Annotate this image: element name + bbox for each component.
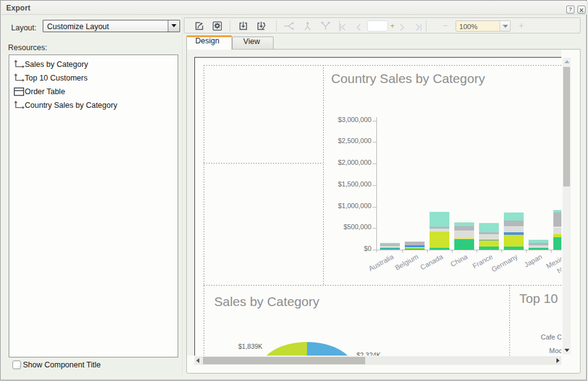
layout-label: Layout: — [11, 24, 37, 32]
import-edit-icon[interactable] — [256, 21, 266, 31]
y-axis-label: $500,000 — [334, 223, 371, 230]
x-axis-tick — [551, 250, 551, 253]
y-axis-label: $3,000,000 — [334, 116, 371, 123]
zoom-combobox[interactable]: 100% — [456, 20, 511, 32]
x-axis-line — [376, 250, 561, 250]
x-axis-tick — [501, 250, 502, 253]
prev-page-icon — [356, 22, 361, 32]
page-setup-icon[interactable] — [212, 21, 222, 31]
series-green-segment — [504, 247, 524, 250]
last-page-icon — [415, 22, 422, 32]
add-page-icon[interactable]: + — [389, 21, 396, 30]
layout-dropdown[interactable]: Customize Layout — [43, 20, 180, 32]
show-component-title-checkbox[interactable] — [12, 361, 21, 369]
close-icon — [579, 8, 584, 12]
row-divider — [204, 285, 561, 286]
series-lightgray-segment — [479, 234, 499, 240]
scroll-up-icon[interactable] — [564, 60, 569, 63]
report-page[interactable] — [194, 57, 561, 356]
horizontal-scroll-thumb[interactable] — [203, 357, 365, 364]
series-lightgray-segment — [380, 246, 400, 248]
series-lightgray-segment — [430, 229, 449, 232]
series-lightgray-segment — [454, 230, 474, 238]
vertical-scroll-thumb[interactable] — [563, 67, 570, 186]
cell-divider — [323, 65, 324, 286]
series-yellowgreen-segment — [553, 234, 561, 237]
series-yellowgreen-segment — [504, 235, 524, 247]
series-gray-segment — [553, 212, 561, 227]
grid-line — [204, 65, 561, 66]
zoom-in-icon: + — [517, 20, 525, 30]
resources-listbox[interactable]: Sales by Category Top 10 Customers Order… — [9, 55, 178, 357]
export-icon[interactable] — [194, 21, 204, 31]
table-icon — [14, 87, 25, 97]
scroll-down-icon[interactable] — [564, 349, 569, 352]
zoom-dropdown-arrow-button[interactable] — [499, 21, 510, 31]
series-lightgray-segment — [529, 245, 548, 247]
cell-divider — [509, 285, 510, 356]
layout-dropdown-arrow-button[interactable] — [168, 20, 179, 32]
grid-line — [204, 65, 204, 356]
merge-icon — [302, 21, 313, 31]
y-axis-label: $1,000,000 — [334, 202, 371, 209]
series-blue-segment — [504, 232, 524, 235]
series-lightgray-segment — [504, 226, 524, 232]
panel-divider — [182, 17, 183, 375]
bar-chart-title: Country Sales by Category — [331, 71, 485, 86]
top10-category-label: Cafe C — [488, 333, 561, 341]
chart-axes-icon — [14, 59, 25, 69]
layout-canvas-viewport: Country Sales by Category $0$500,000$1,0… — [187, 50, 561, 356]
series-gray-segment — [479, 232, 499, 235]
page-number-input[interactable] — [367, 20, 388, 32]
top10-chart-title: Top 10 — [519, 291, 558, 306]
series-gray-segment — [380, 244, 400, 246]
series-teal-segment — [504, 212, 524, 221]
dialog-titlebar: Export ? — [1, 1, 587, 15]
tab-view[interactable]: View — [232, 37, 274, 49]
zoom-out-icon: − — [441, 20, 449, 30]
series-yellowgreen-segment — [430, 232, 449, 248]
toolbar-separator — [230, 20, 230, 32]
y-axis-label: $1,500,000 — [334, 180, 371, 188]
x-axis-tick — [452, 250, 452, 253]
series-green-segment — [380, 248, 400, 250]
import-icon[interactable] — [238, 21, 248, 31]
resource-item[interactable]: Sales by Category — [10, 58, 171, 71]
x-axis-tick — [402, 250, 403, 253]
dialog-title: Export — [6, 4, 30, 12]
resource-item[interactable]: Top 10 Customers — [10, 71, 171, 85]
series-gray-segment — [529, 243, 548, 245]
series-gray-segment — [405, 242, 425, 245]
chart-axes-icon — [14, 73, 25, 83]
canvas-toolbar: +−100%+ — [184, 17, 581, 33]
toolbar-separator — [276, 20, 277, 32]
series-yellow-segment — [405, 247, 425, 248]
tab-design[interactable]: Design — [186, 35, 232, 50]
help-button[interactable]: ? — [566, 6, 574, 14]
y-axis-line — [376, 117, 377, 252]
series-yellowgreen-segment — [479, 240, 499, 247]
x-axis-tick — [477, 250, 477, 253]
first-page-icon — [340, 22, 346, 32]
horizontal-scrollbar[interactable] — [194, 356, 561, 365]
series-teal-segment — [479, 223, 499, 232]
series-blue-segment — [380, 248, 400, 248]
close-button[interactable] — [577, 6, 586, 14]
series-blue-segment — [405, 245, 425, 247]
scroll-right-icon[interactable] — [556, 358, 560, 363]
series-green-segment — [529, 248, 548, 250]
vertical-scrollbar[interactable] — [563, 58, 571, 354]
resources-label: Resources: — [8, 43, 47, 52]
export-dialog: Export ? Layout: Customize Layout Resour… — [0, 0, 587, 380]
x-axis-tick — [526, 250, 527, 253]
series-lightgray-segment — [553, 227, 561, 235]
show-component-title-label: Show Component Title — [23, 361, 101, 369]
y-axis-label: $0 — [334, 245, 371, 252]
scroll-left-icon[interactable] — [196, 358, 199, 363]
resource-item[interactable]: Country Sales by Category — [10, 99, 171, 112]
chart-axes-icon — [14, 100, 25, 110]
resource-item[interactable]: Order Table — [10, 85, 171, 99]
top10-category-label: Moc — [488, 347, 561, 354]
next-page-icon — [400, 22, 405, 32]
chevron-down-icon — [503, 25, 508, 28]
